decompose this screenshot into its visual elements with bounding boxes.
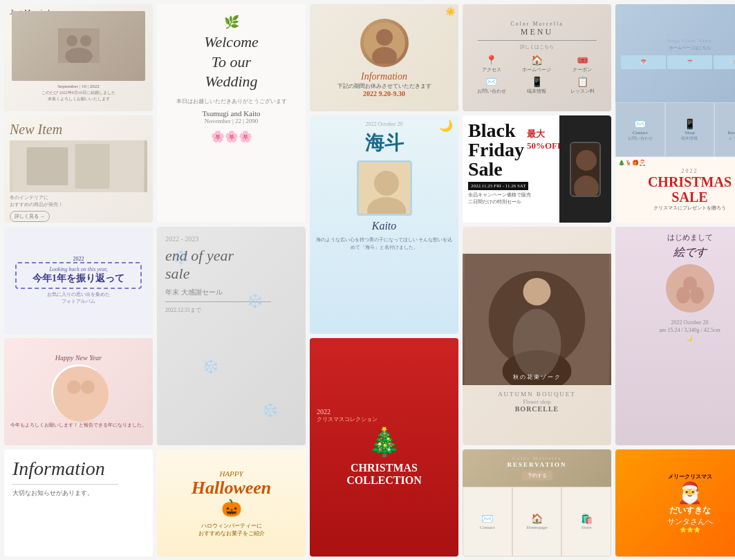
kai-name-script: Kaito bbox=[372, 220, 397, 232]
svg-point-27 bbox=[81, 380, 95, 394]
menu-items: 📍 アクセス 🏠 ホームページ 🎟️ クーポン ✉️ お問い合わせ 📱 端末情報… bbox=[470, 55, 604, 95]
new-item-photo bbox=[10, 140, 147, 192]
wedding-greeting: 本日はお越しいただきありがとうございます bbox=[176, 97, 287, 105]
xmas-sub: クリスマスにプレゼントを贈ろう bbox=[653, 205, 726, 212]
res-title: RESERVATION bbox=[508, 461, 567, 468]
svg-point-24 bbox=[683, 277, 697, 290]
haji-title: はじめまして bbox=[667, 232, 713, 243]
baby-photo bbox=[51, 364, 106, 420]
yoga-schedule-grid: 📅 🗓️ 📋 bbox=[621, 55, 735, 69]
res-store[interactable]: 🛍️ Store bbox=[561, 487, 611, 557]
lb-title: 今年1年を振り返って bbox=[19, 272, 138, 285]
santa-greeting: メリークリスマス bbox=[668, 473, 712, 480]
haji-photo bbox=[666, 264, 714, 312]
santa-stars: ⭐⭐⭐ bbox=[680, 527, 700, 533]
card-yoga-xmas: Yoga Class Name ホームページはこちら 📅 🗓️ 📋 ✉️ Con… bbox=[615, 4, 735, 223]
card-reservation: Color Marcella RESERVATION 予約する ✉️ Conta… bbox=[463, 449, 611, 557]
bfs-desc1: 全品キャンペーン価格で販売 bbox=[468, 192, 531, 198]
vacation-title: Information bbox=[361, 71, 407, 82]
res-btn[interactable]: 予約する bbox=[522, 471, 552, 480]
wedding-date: November | 22 | 2090 bbox=[205, 118, 259, 124]
wedding-line3: Wedding bbox=[204, 72, 259, 92]
menu-item-lesson[interactable]: 📋 レッスン料 bbox=[561, 76, 604, 95]
card-baby: Happy New Year 今年もよろしくお願いします！ と報告できる年になり… bbox=[4, 338, 153, 445]
haji-date: 2022 October 20 bbox=[671, 319, 709, 326]
lb-desc: お気に入りの思い出を集めたフォトアルバム bbox=[47, 292, 110, 306]
xc-title: CHRISTMAS COLLECTION bbox=[346, 462, 421, 486]
svg-point-25 bbox=[53, 366, 109, 422]
new-item-desc: おすすめの商品が発売！ bbox=[10, 202, 63, 209]
card-menu: Color Marcella MENU 詳しくはこちら 📍 アクセス 🏠 ホーム… bbox=[463, 4, 611, 111]
new-item-season: 冬のインテリアに bbox=[10, 195, 48, 202]
card-info-bottom: Information 大切なお知らせがあります。 bbox=[4, 449, 153, 557]
haji-stats: am 15:24 / 3,340g / 42.5cm bbox=[659, 327, 720, 333]
vacation-photo bbox=[360, 19, 409, 67]
menu-item-contact[interactable]: ✉️ お問い合わせ bbox=[470, 76, 513, 95]
vacation-year: 2022 9.20-9.30 bbox=[363, 90, 405, 97]
menu-title: MENU bbox=[521, 27, 553, 37]
wedding-deco2: 🌸🌸🌸 bbox=[211, 130, 252, 143]
svg-point-11 bbox=[374, 171, 399, 196]
card-eoy: ❄️ ❄️ ❄️ ❄️ 2022 - 2023 end of yearsale … bbox=[157, 227, 306, 445]
yoga-top: Yoga Class Name ホームページはこちら 📅 🗓️ 📋 bbox=[615, 4, 735, 102]
new-item-btn[interactable]: 詳しく見る → bbox=[10, 211, 50, 222]
santa-sub: サンタさんへ bbox=[667, 516, 713, 527]
yoga-contact[interactable]: ✉️ Contact お問い合わせ bbox=[615, 102, 665, 157]
info-btm-text: 大切なお知らせがあります。 bbox=[12, 489, 93, 498]
lb-script: Looking back on this year, bbox=[19, 266, 138, 272]
eoy-line bbox=[165, 301, 271, 302]
svg-point-26 bbox=[67, 380, 81, 394]
bfs-phone-area bbox=[559, 115, 611, 223]
menu-item-access[interactable]: 📍 アクセス bbox=[470, 55, 513, 73]
yoga-schedule-fri: 📋 bbox=[714, 55, 735, 69]
yoga-reservation[interactable]: 🧘 Reservation レッスン料 bbox=[714, 102, 735, 157]
yoga-shop[interactable]: 📱 Shop 端末情報 bbox=[665, 102, 715, 157]
menu-item-device[interactable]: 📱 端末情報 bbox=[516, 76, 559, 95]
sun-deco: ☀️ bbox=[445, 7, 456, 17]
wedding-line1: Welcome bbox=[204, 32, 259, 53]
res-contact[interactable]: ✉️ Contact bbox=[463, 487, 512, 557]
kai-year-date: 2022 October 20 bbox=[366, 121, 403, 127]
menu-item-homepage[interactable]: 🏠 ホームページ bbox=[516, 55, 559, 73]
lb-year-label: 2022 bbox=[73, 256, 84, 262]
xc-tree: 🎄 bbox=[367, 429, 402, 456]
hw-text2: おすすめなお菓子をご紹介 bbox=[198, 530, 265, 537]
haji-name: 絵です bbox=[673, 245, 707, 260]
pumpkin-icon: 🎃 bbox=[221, 498, 242, 518]
autumn-season: 秋の花束ゾーク bbox=[463, 373, 611, 381]
svg-point-5 bbox=[376, 29, 393, 46]
menu-item-coupon[interactable]: 🎟️ クーポン bbox=[561, 55, 604, 73]
info-btm-title: Information bbox=[12, 458, 105, 480]
hw-happy: HAPPY bbox=[219, 469, 243, 478]
card-hajimemashite: はじめまして 絵です 2022 October 20 am 15:24 / 3,… bbox=[615, 227, 735, 445]
xc-subtitle-jp: クリスマスコレクション bbox=[317, 416, 378, 423]
phone-screen bbox=[571, 143, 599, 196]
bfs-discount: 最大50%OFF bbox=[527, 128, 563, 151]
res-homepage[interactable]: 🏠 Homepage bbox=[512, 487, 562, 557]
xmas-title: CHRISTMAS SALE bbox=[648, 174, 732, 205]
svg-point-19 bbox=[523, 278, 551, 306]
santa-icon: 🎅 bbox=[677, 480, 703, 505]
baby-greeting: Happy New Year bbox=[55, 354, 102, 362]
menu-divider bbox=[478, 40, 597, 41]
svg-point-14 bbox=[576, 150, 597, 171]
autumn-text-area: AUTUMN BOUQUET Flower shop BORCELLE bbox=[492, 385, 582, 418]
card-santa: メリークリスマス 🎅 だいすきな サンタさんへ ⭐⭐⭐ bbox=[615, 449, 735, 557]
new-item-title: New Item bbox=[10, 121, 62, 138]
autumn-title: AUTUMN BOUQUET bbox=[498, 391, 576, 398]
card-wedding: 🌿 Welcome To our Wedding 本日はお越しいただきありがとう… bbox=[157, 4, 306, 223]
eoy-title: end of yearsale bbox=[165, 247, 234, 283]
menu-subtitle: 詳しくはこちら bbox=[520, 44, 554, 50]
eoy-date: 2022.12.31まで bbox=[165, 306, 201, 314]
bfs-title-line: Black Friday Sale 最大50%OFF bbox=[468, 121, 563, 179]
just-married-date: September | 10 | 2022 bbox=[12, 84, 146, 91]
card-autumn: 秋の花束ゾーク AUTUMN BOUQUET Flower shop BORCE… bbox=[463, 227, 611, 445]
res-header: Color Marcella RESERVATION 予約する bbox=[463, 449, 611, 487]
kai-desc: 海のような広い心を持つ男の子になってほしい そんな想いを込めて「海斗」と名付けま… bbox=[315, 236, 453, 251]
moon-icon: 🌙 bbox=[439, 119, 453, 132]
xmas-sale-section: 🎄🦌🎁🎅 2022 CHRISTMAS SALE クリスマスにプレゼントを贈ろう… bbox=[615, 157, 735, 223]
eoy-year: 2022 - 2023 bbox=[165, 235, 198, 243]
eoy-subtitle: 年末 大感謝セール bbox=[165, 288, 223, 297]
lb-main-box: Looking back on this year, 今年1年を振り返って bbox=[15, 262, 142, 289]
hw-text1: ハロウィンパーティーに bbox=[201, 522, 262, 530]
